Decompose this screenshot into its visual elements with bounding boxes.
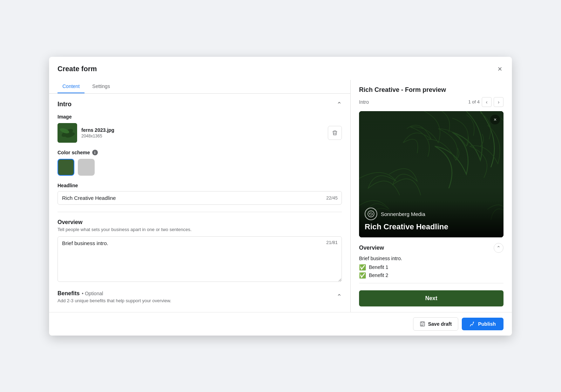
overview-textarea[interactable]: Brief business intro.: [58, 236, 342, 282]
benefits-title: Benefits: [58, 290, 80, 297]
benefits-label-wrap: Benefits • Optional Add 2-3 unique benef…: [58, 290, 171, 303]
close-button[interactable]: ×: [496, 63, 503, 75]
preview-section-title: Overview: [359, 245, 384, 251]
color-scheme-info-icon[interactable]: i: [92, 150, 98, 155]
intro-section-title: Intro: [58, 101, 72, 108]
benefit-label-1: Benefit 1: [369, 264, 388, 270]
color-scheme-label: Color scheme i: [58, 150, 342, 155]
svg-rect-8: [421, 322, 424, 323]
headline-input[interactable]: [58, 191, 342, 205]
preview-content: × Sonnenberg Media: [351, 111, 512, 312]
preview-close-button[interactable]: ×: [490, 115, 500, 124]
benefit-item-2: ✅ Benefit 2: [359, 272, 503, 279]
publish-icon: [469, 321, 475, 327]
textarea-wrap: Brief business intro. 21/81: [58, 236, 342, 283]
trash-icon: [332, 130, 338, 136]
modal-body: Content Settings Intro ⌃ Image: [49, 80, 512, 312]
save-draft-label: Save draft: [428, 321, 452, 327]
preview-brand: Sonnenberg Media Rich Creative Headline: [359, 201, 503, 237]
image-row: ferns 2023.jpg 2048x1365: [58, 123, 342, 143]
publish-label: Publish: [478, 321, 496, 327]
preview-title: Rich Creative - Form preview: [359, 86, 503, 94]
image-meta: ferns 2023.jpg 2048x1365: [81, 127, 114, 138]
image-thumbnail: [58, 123, 77, 143]
preview-section-header: Overview ⌃: [359, 243, 503, 253]
overview-title: Overview: [58, 219, 342, 225]
left-content: Intro ⌃ Image: [49, 94, 350, 312]
color-swatch-1[interactable]: [58, 159, 74, 176]
benefit-label-2: Benefit 2: [369, 272, 388, 278]
left-panel: Content Settings Intro ⌃ Image: [49, 80, 351, 312]
intro-section-header: Intro ⌃: [58, 101, 342, 108]
benefits-header: Benefits • Optional Add 2-3 unique benef…: [58, 290, 342, 303]
headline-char-count: 22/45: [326, 195, 338, 201]
tabs: Content Settings: [49, 80, 350, 94]
next-button[interactable]: Next: [359, 290, 503, 306]
prev-page-button[interactable]: ‹: [482, 97, 492, 107]
headline-input-wrap: 22/45: [58, 191, 342, 205]
modal-footer: Save draft Publish: [49, 312, 512, 336]
brand-row: Sonnenberg Media: [365, 208, 498, 220]
benefits-optional-badge: • Optional: [82, 291, 103, 296]
save-draft-icon: [420, 321, 425, 327]
tab-content[interactable]: Content: [58, 80, 85, 93]
benefits-collapse-button[interactable]: ⌃: [337, 293, 342, 300]
overview-toggle-button[interactable]: ⌃: [494, 243, 503, 253]
overview-char-count: 21/81: [326, 240, 338, 245]
preview-image-container: × Sonnenberg Media: [359, 111, 503, 237]
color-swatches: [58, 159, 342, 176]
color-swatch-2[interactable]: [78, 159, 95, 176]
preview-nav-right: 1 of 4 ‹ ›: [468, 97, 503, 107]
preview-header: Rich Creative - Form preview Intro 1 of …: [351, 80, 512, 111]
preview-headline: Rich Creative Headline: [365, 222, 498, 231]
preview-overview-section: Overview ⌃ Brief business intro. ✅ Benef…: [359, 243, 503, 279]
image-dimensions: 2048x1365: [81, 134, 114, 138]
benefit-check-icon-2: ✅: [359, 272, 366, 279]
headline-label: Headline: [58, 183, 342, 188]
benefit-check-icon-1: ✅: [359, 264, 366, 271]
publish-button[interactable]: Publish: [462, 318, 503, 330]
modal-title: Create form: [58, 65, 97, 73]
preview-divider: [359, 283, 503, 283]
image-info: ferns 2023.jpg 2048x1365: [58, 123, 114, 143]
save-draft-button[interactable]: Save draft: [413, 317, 459, 331]
image-label: Image: [58, 114, 342, 120]
brand-logo-icon: [367, 210, 374, 217]
modal-header: Create form ×: [49, 57, 512, 80]
tab-settings[interactable]: Settings: [87, 80, 115, 93]
preview-overview-text: Brief business intro.: [359, 256, 503, 261]
right-panel: Rich Creative - Form preview Intro 1 of …: [351, 80, 512, 312]
image-filename: ferns 2023.jpg: [81, 127, 114, 133]
delete-image-button[interactable]: [328, 126, 342, 140]
divider-1: [58, 212, 342, 212]
create-form-modal: Create form × Content Settings Intro ⌃ I…: [49, 57, 512, 336]
benefit-item-1: ✅ Benefit 1: [359, 264, 503, 271]
preview-page: 1 of 4: [468, 99, 480, 104]
overview-desc: Tell people what sets your business apar…: [58, 227, 342, 232]
brand-icon: [365, 208, 377, 220]
brand-name: Sonnenberg Media: [381, 211, 425, 217]
preview-nav: Intro 1 of 4 ‹ ›: [359, 97, 503, 107]
next-page-button[interactable]: ›: [494, 97, 503, 107]
preview-nav-label: Intro: [359, 99, 369, 105]
intro-collapse-button[interactable]: ⌃: [337, 101, 342, 108]
benefits-desc: Add 2-3 unique benefits that help suppor…: [58, 298, 171, 303]
